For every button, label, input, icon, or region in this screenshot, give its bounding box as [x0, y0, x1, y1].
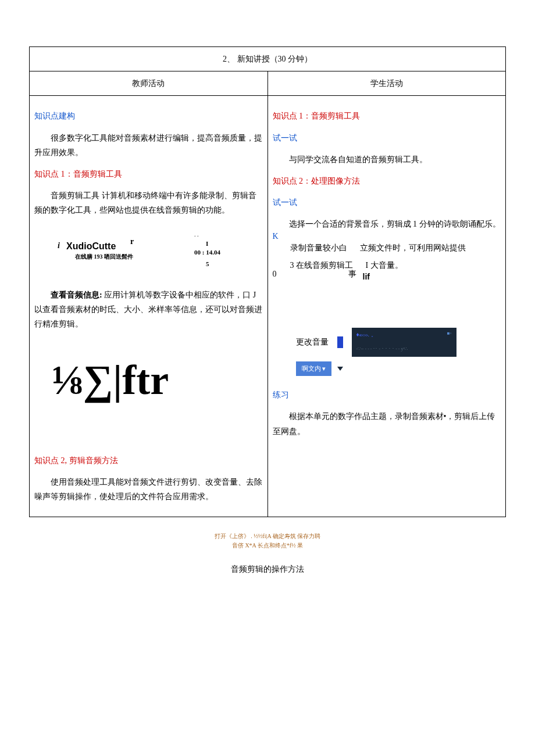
- k1-heading: 知识点 1：音频剪辑工具: [34, 167, 263, 181]
- waveform-panel: ♦«‹››. 。 ■◦ -∵-- - - - ･･ - ･ ･ ･ ･ - - …: [352, 328, 456, 357]
- k2-heading: 知识点 2, 剪辑音频方法: [34, 453, 263, 468]
- panel-sym1: ♦«‹››. 。: [356, 329, 377, 340]
- dropdown-button[interactable]: 啊文内 ▾: [296, 361, 332, 377]
- volume-label: 更改音量: [296, 335, 329, 349]
- flow-line1: 打开《上侪》 . ½½fi|A 确定寿筑 保存力聘: [29, 532, 506, 541]
- practice-body: 根据本单元的数字作品主题，录制音频素材•，剪辑后上传至网盘。: [273, 409, 501, 438]
- r-k2-heading: 知识点 2：处理图像方法: [273, 174, 501, 188]
- view-info-label: 查看音频信息:: [51, 291, 102, 299]
- try2-heading: 试一试: [273, 195, 501, 210]
- formula-text: ⅛∑|ftr: [52, 343, 263, 418]
- panel-dots: -∵-- - - - ･･ - ･ ･ ･ ･ - - yº∴: [356, 345, 408, 353]
- intro-para: 很多数字化工具能对音频素材进行编辑，提高音频质量，提升应用效果。: [34, 131, 263, 160]
- flow-line2: 音侪 X*A 长点和终点*f½ 果: [29, 541, 506, 550]
- method-caption: 音频剪辑的操作方法: [29, 562, 506, 576]
- section-title: 新知讲授（30 分钟）: [237, 55, 313, 63]
- try2-body: 选择一个合适的背景音乐，剪辑成 1 分钟的诗歌朗诵配乐。: [273, 217, 501, 231]
- try1-heading: 试一试: [273, 131, 501, 145]
- r-k1-heading: 知识点 1：音频剪辑工具: [273, 109, 501, 123]
- ac-r-mark: r: [130, 234, 134, 249]
- teacher-activity-cell: 知识点建构 很多数字化工具能对音频素材进行编辑，提高音频质量，提升应用效果。 知…: [30, 96, 268, 517]
- ac-dots: . .: [194, 230, 199, 240]
- k1-body: 音频剪辑工具 计算机和移动终端中有许多能录制、剪辑音频的数字化工具，些网站也提供…: [34, 188, 263, 217]
- chevron-down-icon: [337, 367, 343, 371]
- ac-i-mark: i: [58, 238, 60, 253]
- rb-l2b: I 大音量。: [366, 258, 403, 273]
- lesson-table: 2、 新知讲授（30 分钟） 教师活动 学生活动 知识点建构 很多数字化工具能对…: [29, 46, 506, 517]
- view-info-para: 查看音频信息: 应用计算机等数字设备中相应的软件，口 J 以查看音频素材的时氐、…: [34, 288, 263, 332]
- build-heading: 知识点建构: [34, 109, 263, 123]
- practice-heading: 练习: [273, 388, 501, 402]
- section-header: 2、 新知讲授（30 分钟）: [30, 47, 506, 71]
- blue-btn-row: 啊文内 ▾: [296, 361, 501, 377]
- ac-time: 00 : 14.04: [194, 247, 220, 259]
- col-left-header: 教师活动: [30, 71, 268, 96]
- rb-l1a: 录制音量较小白: [290, 241, 347, 255]
- k2-body: 使用音频处理工具能对音频文件进行剪切、改变音量、去除噪声等剪辑操作，使处理后的文…: [34, 475, 263, 504]
- rb-k: K: [273, 229, 279, 243]
- flow-diagram: 打开《上侪》 . ½½fi|A 确定寿筑 保存力聘 音侪 X*A 长点和终点*f…: [29, 532, 506, 550]
- rb-l1b: 立频文件时，可利用网站提供: [360, 241, 466, 255]
- volume-bar-icon: [337, 336, 343, 348]
- ac-five: 5: [206, 259, 209, 270]
- rb-shi: 事: [348, 267, 356, 281]
- section-number: 2、: [223, 55, 235, 63]
- volume-note-block: K 录制音量较小白 立频文件时，可利用网站提供 3 在线音频剪辑工 I 大音量。…: [273, 241, 501, 281]
- ac-subtitle: 在线膳 193 哂回送髭件: [75, 252, 133, 262]
- try1-body: 与同学交流各自知道的音频剪辑工具。: [273, 152, 501, 167]
- rb-l2a: 3 在线音频剪辑工: [290, 258, 354, 273]
- rb-zero: 0: [273, 267, 277, 281]
- audio-cutter-illustration: i XudioCutte r 在线膳 193 哂回送髭件 . . I 00 : …: [58, 230, 263, 276]
- student-activity-cell: 知识点 1：音频剪辑工具 试一试 与同学交流各自知道的音频剪辑工具。 知识点 2…: [268, 96, 506, 517]
- panel-sym2: ■◦: [447, 329, 452, 338]
- volume-row: 更改音量 ♦«‹››. 。 ■◦ -∵-- - - - ･･ - ･ ･ ･ ･…: [273, 328, 501, 357]
- rb-lif: lif: [363, 270, 370, 284]
- col-right-header: 学生活动: [268, 71, 506, 96]
